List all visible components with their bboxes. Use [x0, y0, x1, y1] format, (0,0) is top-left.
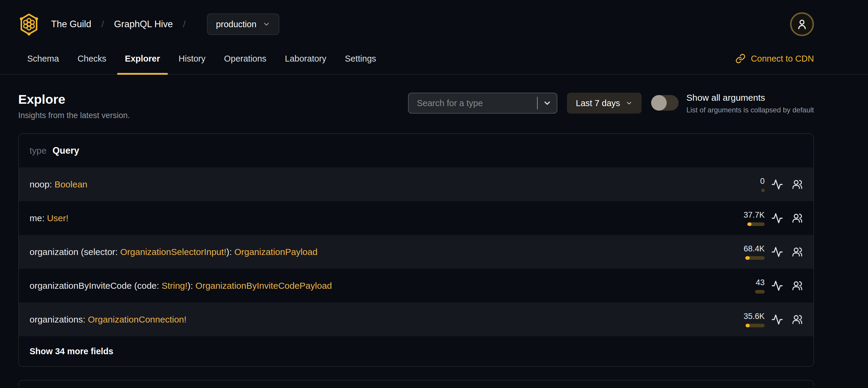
tab-schema[interactable]: Schema — [18, 43, 68, 74]
explore-page: Explore Insights from the latest version… — [18, 92, 814, 386]
tab-laboratory[interactable]: Laboratory — [276, 43, 335, 74]
usage-bar — [746, 324, 765, 327]
explore-controls: Last 7 days Show all arguments List of a… — [408, 93, 814, 120]
users-icon[interactable] — [792, 314, 803, 325]
hive-logo-icon[interactable] — [18, 12, 40, 36]
type-search-input[interactable] — [409, 93, 537, 113]
field-metric: 43 — [755, 278, 765, 294]
next-type-card-partial — [18, 380, 814, 386]
type-search-dropdown-button[interactable] — [538, 99, 557, 108]
breadcrumb-separator: / — [183, 19, 185, 29]
field-signature: organization (selector: OrganizationSele… — [30, 247, 317, 257]
breadcrumb-org[interactable]: The Guild — [51, 19, 91, 30]
field-stats: 43 — [755, 278, 803, 294]
usage-bar — [755, 290, 765, 294]
activity-icon[interactable] — [771, 178, 783, 190]
field-stats: 68.4K — [743, 244, 803, 260]
activity-icon[interactable] — [771, 246, 783, 258]
activity-icon[interactable] — [771, 314, 783, 326]
field-row[interactable]: organizations: OrganizationConnection! 3… — [19, 302, 813, 336]
users-icon[interactable] — [792, 280, 803, 291]
field-metric: 37.7K — [743, 210, 765, 226]
tab-settings[interactable]: Settings — [336, 43, 385, 74]
request-count: 43 — [756, 278, 765, 287]
request-count: 35.6K — [743, 312, 765, 321]
target-selector[interactable]: production — [207, 13, 279, 35]
type-search-box — [408, 93, 557, 114]
toggle-caption: List of arguments is collapsed by defaul… — [686, 106, 814, 114]
activity-icon[interactable] — [771, 212, 783, 224]
connect-to-cdn-label: Connect to CDN — [751, 54, 814, 64]
field-list: noop: Boolean 0 me: User! 37.7K — [19, 168, 813, 336]
link-icon — [735, 54, 746, 64]
field-signature: me: User! — [30, 213, 68, 223]
tab-checks[interactable]: Checks — [68, 43, 115, 74]
breadcrumb-separator: / — [101, 19, 104, 29]
field-row[interactable]: me: User! 37.7K — [19, 201, 813, 235]
connect-to-cdn-button[interactable]: Connect to CDN — [735, 43, 814, 74]
field-stats: 37.7K — [743, 210, 803, 226]
toggle-knob — [651, 95, 667, 111]
field-stats: 0 — [760, 177, 803, 192]
toggle-labels: Show all arguments List of arguments is … — [686, 93, 814, 114]
type-name: Query — [53, 145, 80, 156]
type-card-header: type Query — [19, 134, 813, 168]
tab-history[interactable]: History — [169, 43, 214, 74]
users-icon[interactable] — [792, 212, 803, 223]
show-all-arguments-control: Show all arguments List of arguments is … — [651, 93, 814, 114]
field-row[interactable]: organization (selector: OrganizationSele… — [19, 235, 813, 269]
field-signature: noop: Boolean — [30, 179, 88, 189]
request-count: 0 — [760, 177, 765, 186]
tab-operations[interactable]: Operations — [215, 43, 275, 74]
type-card-query: type Query noop: Boolean 0 me: Us — [18, 133, 814, 367]
chevron-down-icon — [625, 99, 632, 107]
chevron-down-icon — [543, 99, 552, 108]
app-header: The Guild / GraphQL Hive / production Sc… — [0, 8, 868, 75]
user-menu-button[interactable] — [790, 12, 814, 36]
field-row[interactable]: organizationByInviteCode (code: String!)… — [19, 269, 813, 302]
field-row[interactable]: noop: Boolean 0 — [19, 168, 813, 201]
activity-icon[interactable] — [771, 280, 783, 292]
chevron-down-icon — [262, 20, 270, 28]
request-count: 68.4K — [743, 244, 765, 253]
field-signature: organizationByInviteCode (code: String!)… — [30, 281, 332, 291]
show-all-arguments-toggle[interactable] — [651, 95, 679, 111]
field-stats: 35.6K — [743, 312, 803, 327]
breadcrumb-project[interactable]: GraphQL Hive — [114, 19, 173, 30]
usage-bar — [747, 222, 765, 226]
tabs-strip: SchemaChecksExplorerHistoryOperationsLab… — [0, 43, 868, 75]
field-signature: organizations: OrganizationConnection! — [30, 315, 186, 325]
type-kind-label: type — [30, 146, 46, 156]
period-selector-value: Last 7 days — [576, 98, 620, 108]
field-metric: 0 — [760, 177, 765, 192]
request-count: 37.7K — [743, 210, 765, 220]
field-metric: 68.4K — [743, 244, 765, 260]
period-selector[interactable]: Last 7 days — [567, 93, 642, 114]
top-bar: The Guild / GraphQL Hive / production — [18, 8, 814, 41]
users-icon[interactable] — [792, 246, 803, 257]
tab-explorer[interactable]: Explorer — [116, 43, 169, 74]
field-metric: 35.6K — [743, 312, 765, 327]
user-avatar-icon — [796, 18, 808, 30]
page-heading: Explore Insights from the latest version… — [18, 92, 130, 120]
usage-bar — [745, 256, 765, 260]
target-selector-value: production — [216, 20, 256, 29]
users-icon[interactable] — [792, 179, 803, 190]
page-title: Explore — [18, 92, 130, 107]
tab-bar: SchemaChecksExplorerHistoryOperationsLab… — [18, 43, 385, 74]
page-subtitle: Insights from the latest version. — [18, 111, 130, 120]
show-more-fields-button[interactable]: Show 34 more fields — [19, 336, 813, 366]
toggle-label: Show all arguments — [686, 93, 814, 103]
usage-bar — [762, 189, 765, 192]
